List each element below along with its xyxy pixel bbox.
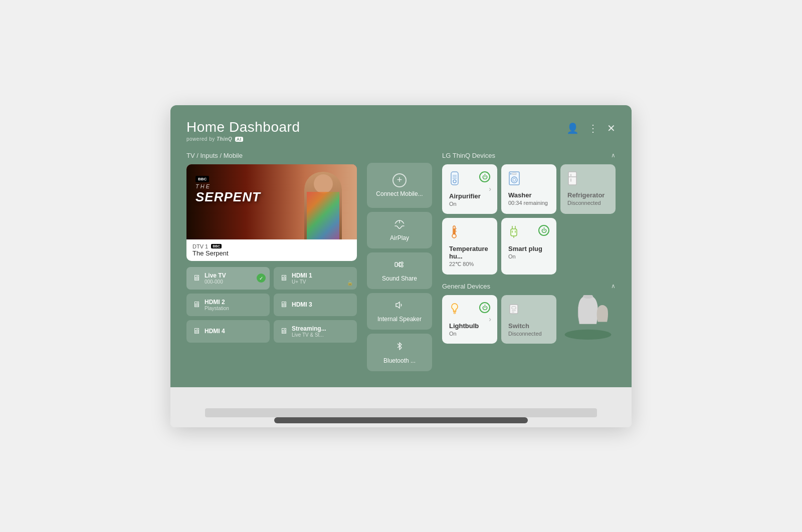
streaming-sub: Live TV & St... [292,332,326,338]
bulb-content: Lightbulb On [449,322,490,337]
channel-badge: BBC [211,244,222,248]
tv-thumbnail: BBC THE SERPENT [186,164,357,239]
washer-status: 00:34 remaining [508,200,549,206]
bulb-arrow: › [489,315,491,323]
internal-speaker-label: Internal Speaker [377,316,422,323]
temp-content: Temperature hu... 22℃ 80% [449,245,490,268]
plug-content: Smart plug On [508,245,549,259]
profile-icon[interactable]: 👤 [566,122,579,134]
plus-icon: + [392,173,407,187]
input-hdmi4[interactable]: 🖥 HDMI 4 [186,320,270,343]
connect-mobile-label: Connect Mobile... [376,190,423,197]
hdmi3-name: HDMI 3 [292,301,312,308]
bulb-icon [449,302,460,318]
input-hdmi3[interactable]: 🖥 HDMI 3 [274,294,357,316]
devices-panel: LG ThinQ Devices ∧ [442,152,616,371]
hdmi1-icon: 🖥 [280,274,288,283]
plant-decoration [560,295,616,344]
input-hdmi2[interactable]: 🖥 HDMI 2 Playstation [186,294,270,316]
input-live-tv[interactable]: 🖥 Live TV 000-000 ✓ [186,267,270,290]
washer-content: Washer 00:34 remaining [508,191,549,206]
internal-speaker-card[interactable]: Internal Speaker [367,293,432,330]
hdmi4-icon: 🖥 [192,327,200,336]
fridge-content: Refrigerator Disconnected [567,191,609,206]
input-grid: 🖥 Live TV 000-000 ✓ 🖥 HDMI 1 [186,267,357,343]
tv-show-info: DTV 1 BBC The Serpent [186,239,357,261]
input-hdmi1[interactable]: 🖥 HDMI 1 U+ TV 🔒 [274,267,357,290]
dashboard-title: Home Dashboard [186,119,300,135]
hdmi4-text: HDMI 4 [205,328,225,335]
switch-card[interactable]: Switch Disconnected [501,295,556,344]
general-devices-header: General Devices ∧ [442,283,616,290]
tv-stand-foot [274,417,528,423]
svg-rect-31 [454,311,456,312]
lg-thinq-label: LG ThinQ Devices [442,152,495,159]
tv-show-card[interactable]: BBC THE SERPENT [186,164,357,261]
hdmi2-text: HDMI 2 Playstation [205,299,229,311]
tv-inputs-panel: TV / Inputs / Mobile BBC THE [186,152,357,371]
airpurifier-icon [449,171,460,188]
sound-share-card[interactable]: Sound Share [367,252,432,289]
lg-thinq-collapse[interactable]: ∧ [611,152,616,159]
refrigerator-card[interactable]: Refrigerator Disconnected [560,164,616,214]
live-tv-text: Live TV 000-000 [205,272,226,285]
svg-point-1 [401,262,403,264]
general-devices-grid: ⏻ Lightbulb On › [442,295,616,344]
bluetooth-label: Bluetooth ... [383,357,416,364]
bulb-power[interactable]: ⏻ [479,302,490,313]
switch-icon [508,302,519,318]
washer-card[interactable]: Washer 00:34 remaining [501,164,556,214]
bluetooth-icon [395,341,404,354]
svg-rect-15 [568,172,576,185]
fridge-card-top [567,171,609,187]
airpurifier-content: Airpurifier On [449,192,490,207]
airplay-card[interactable]: AirPlay [367,212,432,248]
dashboard-header: Home Dashboard powered by ThinQ AI 👤 ⋮ ✕ [186,119,616,142]
plug-icon [508,225,519,241]
streaming-text: Streaming... Live TV & St... [292,325,326,338]
plug-name: Smart plug [508,245,549,252]
connect-mobile-card[interactable]: + Connect Mobile... [367,163,432,208]
bluetooth-card[interactable]: Bluetooth ... [367,334,432,371]
input-streaming[interactable]: 🖥 Streaming... Live TV & St... [274,320,357,343]
plug-status: On [508,253,549,259]
airpurifier-power[interactable]: ⏻ [479,171,490,182]
sound-share-label: Sound Share [382,275,417,282]
washer-card-top [508,171,549,187]
lightbulb-card[interactable]: ⏻ Lightbulb On › [442,295,497,344]
washer-icon [508,171,520,187]
temperature-card[interactable]: Temperature hu... 22℃ 80% [442,218,497,275]
temp-name: Temperature hu... [449,245,490,260]
live-tv-icon: 🖥 [192,274,200,283]
airpurifier-status: On [449,201,490,207]
svg-point-20 [452,234,456,238]
general-devices-collapse[interactable]: ∧ [611,283,616,290]
svg-rect-32 [454,313,456,314]
smartplug-card[interactable]: ⏻ Smart plug On [501,218,556,275]
show-name: The Serpent [192,249,351,257]
svg-rect-25 [511,229,517,236]
streaming-name: Streaming... [292,325,326,332]
hdmi2-icon: 🖥 [192,300,200,309]
svg-rect-0 [395,262,397,267]
hdmi2-sub: Playstation [205,306,229,311]
smartplug-power[interactable]: ⏻ [538,225,549,236]
show-title-text: THE SERPENT [195,183,261,205]
temp-icon [449,225,459,241]
hdmi1-lock-icon: 🔒 [347,280,353,286]
svg-point-13 [510,173,512,174]
lg-thinq-header: LG ThinQ Devices ∧ [442,152,616,159]
close-icon[interactable]: ✕ [607,122,616,134]
plug-card-top: ⏻ [508,225,549,241]
menu-icon[interactable]: ⋮ [588,122,598,134]
switch-status: Disconnected [508,331,549,337]
home-dashboard: Home Dashboard powered by ThinQ AI 👤 ⋮ ✕ [170,105,632,387]
lg-thinq-section: LG ThinQ Devices ∧ [442,152,616,275]
tv-stand [170,387,632,427]
tv-stand-bar [205,408,597,417]
tv-section-label: TV / Inputs / Mobile [186,152,357,159]
airpurifier-card[interactable]: ⏻ Airpurifier On › [442,164,497,214]
hdmi3-text: HDMI 3 [292,301,312,308]
airplay-icon [394,219,405,231]
hdmi4-name: HDMI 4 [205,328,225,335]
